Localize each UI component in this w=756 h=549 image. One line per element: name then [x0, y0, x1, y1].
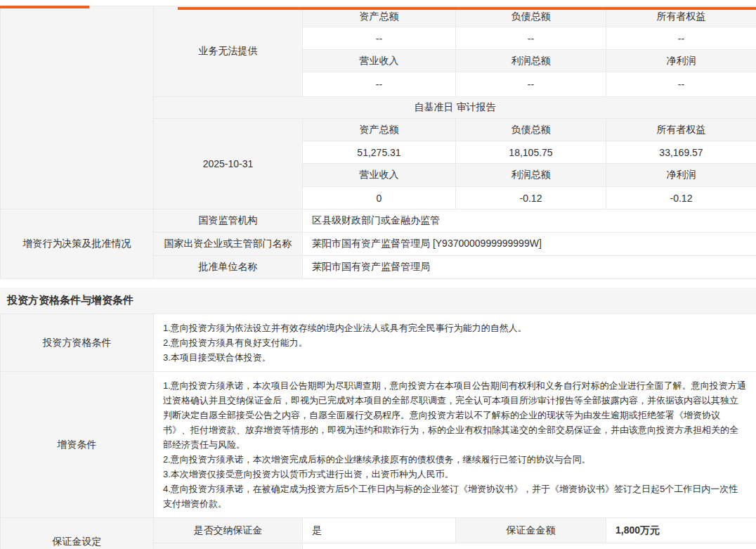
approval-section-label: 增资行为决策及批准情况 — [1, 209, 154, 279]
audit-total-profit-value: -0.12 — [456, 187, 606, 209]
qualification-content: 1.意向投资方须为依法设立并有效存续的境内企业法人或具有完全民事行为能力的自然人… — [154, 314, 756, 372]
capital-increase-conditions-content: 1.意向投资方须承诺，本次项目公告期即为尽职调查期，意向投资方在本项目公告期间有… — [154, 372, 756, 518]
deposit-time-value: 挂牌截止日17:00前(以银行到账时间为准) — [303, 543, 756, 549]
approving-unit-value: 莱阳市国有资产监督管理局 — [303, 256, 756, 279]
outer-label-continuation-cell — [1, 6, 154, 209]
state-funded-enterprise-label: 国家出资企业或主管部门名称 — [154, 233, 303, 256]
prior-total-assets-value: -- — [303, 27, 456, 50]
condition-item: 2.意向投资方须承诺，本次增资完成后标的企业继续承接原有的债权债务，继续履行已签… — [163, 452, 747, 467]
col-header-net-profit: 净利润 — [606, 164, 756, 187]
audit-owner-equity-value: 33,169.57 — [606, 141, 756, 164]
approving-unit-label: 批准单位名称 — [154, 256, 303, 279]
prior-owner-equity-value: -- — [606, 27, 756, 50]
table-row: 保证金设定 是否交纳保证金 是 保证金金额 1,800万元 — [1, 518, 756, 543]
enterprise-financials-table: 业务无法提供 资产总额 负债总额 所有者权益 -- -- -- 营业收入 利润总… — [0, 6, 756, 279]
qualification-item: 2.意向投资方须具有良好支付能力。 — [163, 335, 747, 350]
deposit-required-label: 是否交纳保证金 — [154, 518, 303, 543]
col-header-total-profit: 利润总额 — [456, 164, 606, 187]
investor-conditions-table: 投资方资格条件 1.意向投资方须为依法设立并有效存续的境内企业法人或具有完全民事… — [0, 314, 756, 549]
prior-total-profit-value: -- — [456, 72, 606, 97]
deposit-required-value: 是 — [303, 518, 456, 543]
deposit-time-label: 保证金交纳时间 — [154, 543, 303, 549]
tab-underline-left-segment — [0, 6, 89, 8]
audit-total-assets-value: 51,275.31 — [303, 141, 456, 164]
prior-operating-revenue-value: -- — [303, 72, 456, 97]
table-row: 增资行为决策及批准情况 国资监管机构 区县级财政部门或金融办监管 — [1, 209, 756, 233]
prior-net-profit-value: -- — [606, 72, 756, 97]
condition-item: 3.本次增资仅接受意向投资方以货币方式进行出资，出资币种为人民币。 — [163, 467, 747, 482]
tab-underline-right-segment — [178, 7, 756, 10]
qualification-label: 投资方资格条件 — [1, 314, 154, 372]
capital-increase-conditions-label: 增资条件 — [1, 372, 154, 518]
regulator-value: 区县级财政部门或金融办监管 — [303, 209, 756, 233]
col-header-net-profit: 净利润 — [606, 50, 756, 72]
state-funded-enterprise-value: 莱阳市国有资产监督管理局 [Y9370000999999999W] — [303, 233, 756, 256]
col-header-total-profit: 利润总额 — [456, 50, 606, 72]
audit-report-banner: 自基准日 审计报告 — [154, 97, 756, 119]
table-row: 投资方资格条件 1.意向投资方须为依法设立并有效存续的境内企业法人或具有完全民事… — [1, 314, 756, 372]
condition-item: 1.意向投资方须承诺，本次项目公告期即为尽职调查期，意向投资方在本项目公告期间有… — [163, 378, 747, 452]
table-row: 增资条件 1.意向投资方须承诺，本次项目公告期即为尽职调查期，意向投资方在本项目… — [1, 372, 756, 518]
prior-period-row-label: 业务无法提供 — [154, 6, 303, 97]
audit-net-profit-value: -0.12 — [606, 187, 756, 209]
col-header-operating-revenue: 营业收入 — [303, 164, 456, 187]
section-gap — [0, 279, 756, 288]
tab-underline-bar — [0, 6, 756, 11]
prior-total-liabilities-value: -- — [456, 27, 606, 50]
col-header-total-liabilities: 负债总额 — [456, 119, 606, 141]
qualification-item: 1.意向投资方须为依法设立并有效存续的境内企业法人或具有完全民事行为能力的自然人… — [163, 321, 747, 335]
condition-item: 4.意向投资方须承诺，在被确定成为投资方后5个工作日内与标的企业签订《增资协议书… — [163, 482, 747, 511]
conditions-section-title: 投资方资格条件与增资条件 — [0, 288, 756, 314]
deposit-amount-label: 保证金金额 — [456, 518, 606, 543]
deposit-amount-value: 1,800万元 — [606, 518, 756, 543]
col-header-total-assets: 资产总额 — [303, 119, 456, 141]
project-detail-page: 业务无法提供 资产总额 负债总额 所有者权益 -- -- -- 营业收入 利润总… — [0, 6, 756, 549]
regulator-label: 国资监管机构 — [154, 209, 303, 233]
col-header-operating-revenue: 营业收入 — [303, 50, 456, 72]
col-header-owner-equity: 所有者权益 — [606, 119, 756, 141]
deposit-section-label: 保证金设定 — [1, 518, 154, 549]
audit-base-date-label: 2025-10-31 — [154, 119, 303, 209]
audit-total-liabilities-value: 18,105.75 — [456, 141, 606, 164]
qualification-item: 3.本项目接受联合体投资。 — [163, 350, 747, 365]
audit-operating-revenue-value: 0 — [303, 187, 456, 209]
